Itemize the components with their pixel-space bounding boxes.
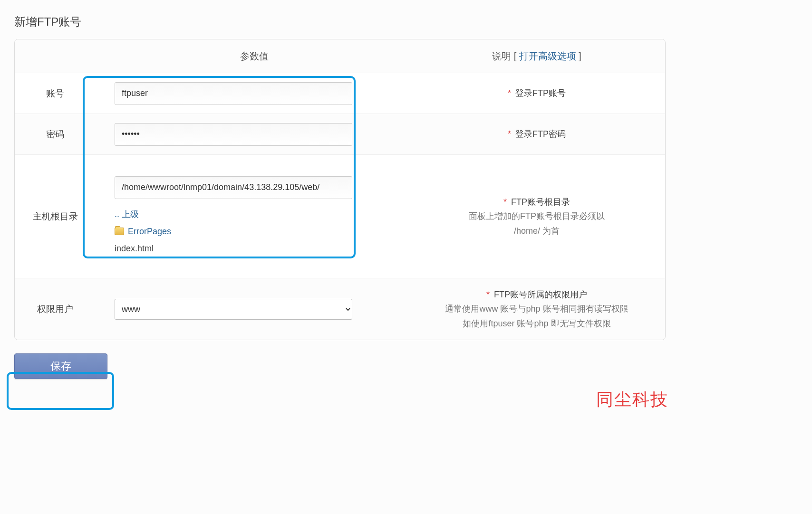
directory-browser: .. 上级 ErrorPages index.html (115, 206, 394, 257)
row-password: 密码 * 登录FTP密码 (15, 114, 665, 154)
desc-permuser-line1: 通常使用www 账号与php 账号相同拥有读写权限 (418, 302, 656, 316)
desc-permuser-primary: FTP账号所属的权限用户 (494, 290, 587, 299)
open-advanced-link[interactable]: 打开高级选项 (519, 51, 576, 61)
desc-rootdir-primary: FTP账号根目录 (511, 197, 570, 207)
label-rootdir: 主机根目录 (15, 210, 96, 223)
required-mark: * (503, 197, 507, 207)
label-password: 密码 (15, 128, 96, 141)
header-value-col: 参数值 (96, 50, 408, 63)
dir-up-link[interactable]: .. 上级 (115, 206, 394, 223)
dir-file-item: index.html (115, 240, 394, 257)
panel-header: 参数值 说明 [ 打开高级选项 ] (15, 39, 665, 73)
page-title: 新增FTP账号 (0, 0, 680, 39)
desc-rootdir-line2: /home/ 为首 (418, 224, 656, 238)
header-desc-label: 说明 (492, 51, 511, 61)
header-desc-col: 说明 [ 打开高级选项 ] (408, 48, 665, 64)
permuser-select[interactable]: www (115, 299, 352, 320)
save-button[interactable]: 保存 (14, 353, 107, 379)
label-permuser: 权限用户 (15, 303, 96, 315)
dir-folder-link[interactable]: ErrorPages (128, 223, 171, 240)
desc-account: 登录FTP账号 (515, 88, 566, 98)
desc-permuser-line2: 如使用ftpuser 账号php 即无写文件权限 (418, 316, 656, 331)
ftp-form-panel: 参数值 说明 [ 打开高级选项 ] 账号 * 登录FTP账号 密码 (14, 39, 666, 340)
account-input[interactable] (115, 82, 352, 105)
row-account: 账号 * 登录FTP账号 (15, 73, 665, 114)
password-input[interactable] (115, 123, 352, 146)
folder-icon (115, 228, 124, 235)
desc-rootdir-line1: 面板上增加的FTP账号根目录必须以 (418, 209, 656, 224)
row-rootdir: 主机根目录 .. 上级 ErrorPages index.html * FTP账… (15, 154, 665, 278)
desc-password: 登录FTP密码 (515, 129, 566, 139)
required-mark: * (486, 290, 490, 299)
row-permuser: 权限用户 www * FTP账号所属的权限用户 通常使用www 账号与php 账… (15, 278, 665, 340)
required-mark: * (508, 129, 511, 139)
required-mark: * (508, 88, 511, 98)
label-account: 账号 (15, 87, 96, 100)
rootdir-input[interactable] (115, 176, 352, 199)
